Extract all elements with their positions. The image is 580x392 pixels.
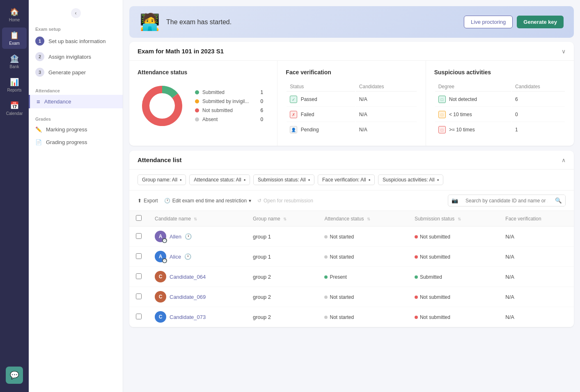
filter-submission-status[interactable]: Submission status: All ▪ [253,174,314,185]
group-cell: group 2 [246,287,318,307]
filter-group-name[interactable]: Group name: All ▪ [138,174,186,185]
sidebar-item-marking[interactable]: ✏️ Marking progress [29,123,123,136]
avatar: C [155,291,166,303]
table-row: □ Not detected 6 [435,92,565,107]
attendance-list-card: Attendance list ∧ Group name: All ▪ Atte… [129,151,574,327]
generate-key-button[interactable]: Generate key [517,16,564,28]
nav-reports[interactable]: 📊 Reports [2,74,27,96]
filter-suspicious-activities[interactable]: Suspicious activities: All ▪ [378,174,443,185]
candidate-cell: A 🕐 Allen 🕐 [155,231,240,242]
select-all-checkbox[interactable] [136,215,142,221]
banner-illustration: 🧑‍💻 [140,12,160,32]
filter-submission-chevron: ▪ [308,177,310,183]
row-checkbox[interactable] [136,233,142,239]
row-checkbox[interactable] [136,293,142,299]
failed-icon: ✗ [290,111,297,118]
export-icon: ⬆ [138,198,142,204]
donut-chart-area: Submitted 1 Submitted by invigil... 0 No… [138,81,269,131]
face-verification-panel: Face verification Status Candidates ✓ Pa… [277,61,425,146]
legend-submitted: Submitted 1 [195,89,263,95]
sort-group-icon[interactable]: ⇅ [283,217,287,221]
filter-attendance-status[interactable]: Attendance status: All ▪ [189,174,250,185]
edit-exam-chevron: ▾ [249,198,251,204]
step-2-badge: 2 [35,52,44,61]
filter-suspicious-chevron: ▪ [437,177,439,183]
sidebar-item-setup-label: Set up basic information [48,38,105,44]
exam-setup-label: Exam setup [29,23,123,33]
donut-chart [138,81,187,131]
camera-icon: 📷 [448,195,461,206]
attendance-dot [324,316,328,319]
fv-col-status: Status [287,82,355,92]
col-group-name: Group name ⇅ [246,211,318,227]
row-checkbox[interactable] [136,253,142,259]
filter-face-verification[interactable]: Face verification: All ▪ [318,174,375,185]
sidebar-item-attendance[interactable]: ≡ Attendance [29,95,123,108]
calendar-icon: 📅 [10,101,19,110]
sort-candidate-icon[interactable]: ⇅ [194,217,197,221]
search-box: 📷 🔍 [448,195,566,206]
stats-row: Attendance status [129,61,574,146]
table-row: ✓ Passed N/A [287,92,416,107]
search-input[interactable] [461,195,552,206]
candidate-link[interactable]: Candidate_064 [170,274,206,280]
sa-col-degree: Degree [435,82,511,92]
submission-dot [415,275,418,279]
sidebar-item-grading[interactable]: 📄 Grading progress [29,136,123,149]
nav-bank[interactable]: 🏦 Bank [2,51,27,72]
attendance-dot [324,296,328,299]
nav-home[interactable]: 🏠 Home [2,4,27,25]
edit-exam-button[interactable]: 🕐 Edit exam end time and restriction ▾ [164,198,251,204]
sidebar-collapse-button[interactable]: ‹ [71,8,81,18]
row-checkbox[interactable] [136,273,142,279]
candidate-link[interactable]: Alice [170,254,181,260]
sidebar-item-invigilators[interactable]: 2 Assign invigilators [29,49,123,64]
face-verification-title: Face verification [286,69,417,76]
submitted-dot [195,90,199,94]
candidate-cell: C Candidate_069 [155,291,240,303]
sidebar-item-setup[interactable]: 1 Set up basic information [29,33,123,49]
sidebar-item-paper[interactable]: 3 Generate paper [29,64,123,80]
avatar: A 🕐 [155,251,166,262]
submission-dot [415,235,418,238]
attendance-section-label: Attendance [29,85,123,95]
attendance-list-collapse-icon[interactable]: ∧ [562,157,566,163]
avatar: C [155,271,166,282]
filter-attendance-chevron: ▪ [244,177,245,183]
candidate-cell: A 🕐 Alice 🕐 [155,251,240,262]
face-verification-cell: N/A [499,247,574,267]
sort-submission-icon[interactable]: ⇅ [458,217,461,221]
exam-title-collapse-icon[interactable]: ∨ [562,48,566,55]
legend-not-submitted: Not submitted 6 [195,108,263,113]
candidate-link[interactable]: Allen [170,234,181,240]
table-row: C Candidate_073 group 2 Not started Not … [129,307,574,327]
submission-status-cell: Not submitted [415,234,450,240]
nav-exam[interactable]: 📋 Exam [2,28,27,49]
action-row: ⬆ Export 🕐 Edit exam end time and restri… [129,190,574,211]
candidate-link[interactable]: Candidate_069 [170,294,206,300]
attendance-status-title: Attendance status [138,69,269,76]
banner-text: The exam has started. [166,18,232,26]
export-button[interactable]: ⬆ Export [138,198,158,204]
face-verification-table: Status Candidates ✓ Passed N/A [286,81,417,138]
attendance-status-cell: Not started [324,314,354,320]
submission-status-cell: Not submitted [415,294,450,300]
col-submission-status: Submission status ⇅ [408,211,499,227]
live-proctoring-button[interactable]: Live proctoring [464,16,513,28]
nav-calendar[interactable]: 📅 Calendar [2,98,27,119]
submission-status-cell: Not submitted [415,254,450,260]
less-10-icon: □ [438,111,446,118]
chat-button[interactable]: 💬 [6,367,23,384]
row-checkbox[interactable] [136,314,142,319]
sort-attendance-icon[interactable]: ⇅ [367,217,370,221]
group-cell: group 1 [246,227,318,247]
candidate-link[interactable]: Candidate_073 [170,314,206,320]
left-navigation: 🏠 Home 📋 Exam 🏦 Bank 📊 Reports 📅 Calenda… [0,0,29,392]
step-3-badge: 3 [35,68,44,77]
clock-badge: 🕐 [162,258,167,263]
open-resubmission-button[interactable]: ↺ Open for resubmission [257,198,313,204]
main-content: 🧑‍💻 The exam has started. Live proctorin… [123,0,580,392]
avatar: C [155,311,166,323]
search-button[interactable]: 🔍 [552,195,565,206]
attendance-dot [324,235,328,238]
